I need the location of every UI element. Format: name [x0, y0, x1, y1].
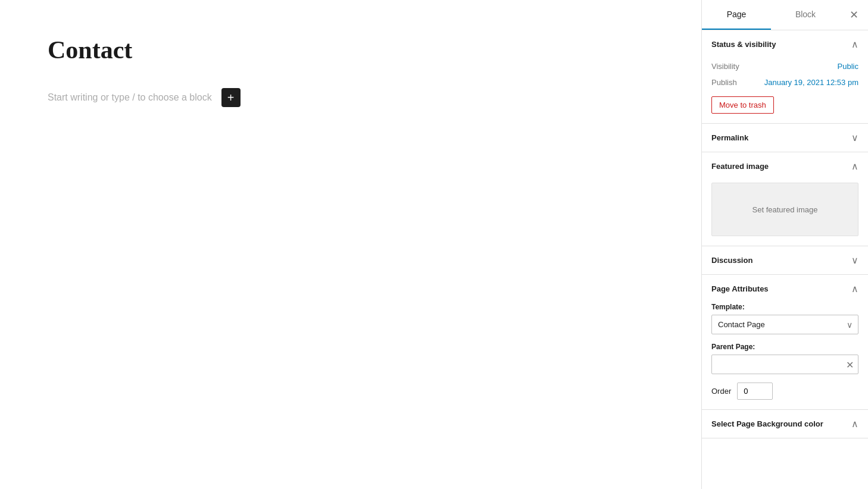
clear-parent-page-button[interactable]: ✕ — [846, 359, 854, 370]
chevron-up-icon-featured: ∧ — [851, 161, 858, 172]
page-title[interactable]: Contact — [48, 36, 654, 64]
tab-block[interactable]: Block — [771, 0, 840, 30]
tab-page[interactable]: Page — [702, 0, 771, 30]
template-select[interactable]: Contact Page Default Template Full Width — [711, 315, 858, 334]
section-permalink-label: Permalink — [711, 133, 748, 142]
set-featured-image-text: Set featured image — [753, 205, 818, 214]
section-page-attributes-content: Template: Contact Page Default Template … — [702, 303, 868, 409]
move-to-trash-button[interactable]: Move to trash — [711, 96, 774, 114]
parent-page-label: Parent Page: — [711, 343, 858, 351]
template-select-wrapper: Contact Page Default Template Full Width… — [711, 315, 858, 334]
publish-value[interactable]: January 19, 2021 12:53 pm — [764, 78, 858, 87]
section-bg-color-label: Select Page Background color — [711, 419, 823, 428]
template-label: Template: — [711, 303, 858, 311]
section-featured-image-content: Set featured image — [702, 183, 868, 246]
section-permalink: Permalink ∨ — [702, 124, 868, 152]
section-discussion-label: Discussion — [711, 256, 753, 265]
section-featured-image-header[interactable]: Featured image ∧ — [702, 152, 868, 180]
set-featured-image-button[interactable]: Set featured image — [711, 183, 858, 236]
sidebar: Page Block ✕ Status & visibility ∧ Visib… — [701, 0, 868, 489]
section-status-visibility-header[interactable]: Status & visibility ∧ — [702, 30, 868, 58]
editor-placeholder-row: Start writing or type / to choose a bloc… — [48, 88, 654, 107]
section-discussion-header[interactable]: Discussion ∨ — [702, 246, 868, 274]
publish-row: Publish January 19, 2021 12:53 pm — [711, 74, 858, 90]
section-permalink-header[interactable]: Permalink ∨ — [702, 124, 868, 152]
section-featured-image: Featured image ∧ Set featured image — [702, 152, 868, 246]
visibility-row: Visibility Public — [711, 58, 858, 74]
placeholder-text: Start writing or type / to choose a bloc… — [48, 92, 212, 103]
visibility-value[interactable]: Public — [838, 62, 858, 71]
section-bg-color-header[interactable]: Select Page Background color ∧ — [702, 410, 868, 438]
editor-area: Contact Start writing or type / to choos… — [0, 0, 701, 489]
section-status-visibility-content: Visibility Public Publish January 19, 20… — [702, 58, 868, 123]
section-status-visibility-label: Status & visibility — [711, 40, 776, 49]
visibility-label: Visibility — [711, 62, 739, 71]
order-input[interactable] — [737, 383, 773, 400]
chevron-up-icon: ∧ — [851, 39, 858, 50]
section-bg-color: Select Page Background color ∧ — [702, 410, 868, 438]
chevron-up-icon-bg: ∧ — [851, 418, 858, 430]
section-page-attributes-header[interactable]: Page Attributes ∧ — [702, 275, 868, 303]
section-featured-image-label: Featured image — [711, 162, 769, 171]
add-block-button[interactable]: + — [221, 88, 241, 107]
chevron-down-icon: ∨ — [851, 132, 858, 143]
section-page-attributes: Page Attributes ∧ Template: Contact Page… — [702, 275, 868, 410]
chevron-up-icon-attributes: ∧ — [851, 283, 858, 294]
parent-page-input[interactable] — [711, 355, 858, 374]
chevron-down-icon-discussion: ∨ — [851, 255, 858, 266]
sidebar-tabs: Page Block ✕ — [702, 0, 868, 30]
order-label: Order — [711, 387, 731, 396]
parent-page-input-wrapper: ✕ — [711, 355, 858, 374]
close-sidebar-button[interactable]: ✕ — [840, 0, 868, 30]
section-discussion: Discussion ∨ — [702, 246, 868, 275]
publish-label: Publish — [711, 78, 737, 87]
section-page-attributes-label: Page Attributes — [711, 284, 769, 293]
order-row: Order — [711, 383, 858, 400]
section-status-visibility: Status & visibility ∧ Visibility Public … — [702, 30, 868, 124]
